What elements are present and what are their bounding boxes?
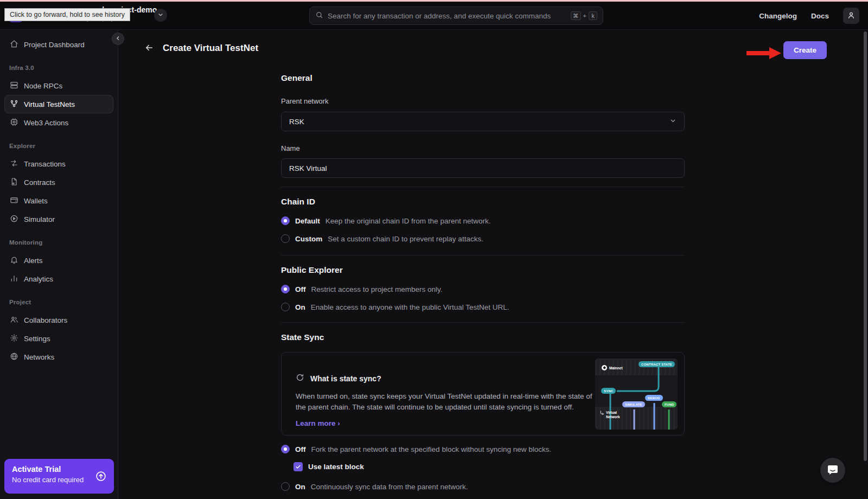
create-button[interactable]: Create — [783, 41, 827, 59]
project-switcher-button[interactable] — [154, 9, 167, 22]
cmd-key: ⌘ — [571, 11, 581, 20]
radio-unselected-icon[interactable] — [281, 234, 290, 243]
parent-network-value: RSK — [289, 118, 304, 126]
radio-description: Restrict access to project members only. — [311, 285, 443, 293]
sidebar-item-label: Virtual TestNets — [24, 100, 75, 108]
name-input[interactable]: RSK Virtual — [281, 158, 685, 178]
bar-chart-icon — [10, 274, 18, 284]
sync-card-title: What is state sync? — [310, 374, 381, 383]
radio-description: Continuously sync data from the parent n… — [311, 483, 468, 491]
sidebar-item-label: Networks — [24, 353, 54, 361]
sidebar-item-label: Node RPCs — [24, 82, 62, 90]
public-explorer-option-on[interactable]: On Enable access to anyone with the publ… — [281, 303, 685, 311]
chain-id-option-custom[interactable]: Custom Set a custom chain ID to prevent … — [281, 234, 685, 243]
plus-sign: + — [583, 12, 586, 19]
sidebar-section-monitoring: Monitoring — [9, 239, 108, 246]
section-heading-chain-id: Chain ID — [281, 197, 685, 207]
sidebar: Project Dashboard Infra 3.0 Node RPCs Vi… — [0, 30, 118, 499]
sidebar-item-label: Collaborators — [24, 316, 67, 324]
arrow-up-circle-icon — [95, 470, 107, 484]
simulate-badge: SIMULATE — [622, 401, 645, 407]
sidebar-item-project-dashboard[interactable]: Project Dashboard — [4, 35, 113, 54]
changelog-link[interactable]: Changelog — [759, 12, 797, 20]
chevron-down-icon — [669, 117, 676, 126]
trial-subtitle: No credit card required — [12, 476, 106, 484]
sidebar-item-label: Wallets — [24, 197, 48, 205]
search-input[interactable] — [328, 12, 566, 20]
sidebar-item-wallets[interactable]: Wallets — [4, 191, 113, 210]
debug-badge: DEBUG — [645, 395, 663, 401]
radio-label: Off — [295, 445, 306, 453]
state-sync-illustration: Mainnet CONTRACT STATE SYNC DEBUG SIMULA… — [595, 359, 678, 430]
sidebar-item-label: Contracts — [24, 178, 55, 187]
globe-icon — [10, 352, 18, 362]
section-heading-public-explorer: Public Explorer — [281, 265, 685, 275]
virtual-network-label: Virtual Network — [600, 411, 621, 419]
scrollbar-thumb[interactable] — [864, 31, 867, 461]
user-icon — [847, 11, 856, 21]
state-sync-option-on[interactable]: On Continuously sync data from the paren… — [281, 482, 685, 491]
radio-description: Fork the parent network at the specified… — [311, 445, 552, 453]
sidebar-item-web3-actions[interactable]: Web3 Actions — [4, 113, 113, 132]
chat-bubble-icon — [826, 463, 839, 478]
sidebar-section-explorer: Explorer — [9, 143, 108, 149]
git-network-icon — [10, 99, 18, 110]
checkbox-checked-icon[interactable] — [293, 462, 303, 471]
sidebar-item-alerts[interactable]: Alerts — [4, 251, 113, 270]
branch-icon — [600, 411, 604, 417]
radio-label: On — [295, 483, 305, 491]
sidebar-item-node-rpcs[interactable]: Node RPCs — [4, 76, 113, 95]
radio-unselected-icon[interactable] — [281, 482, 290, 491]
section-divider — [281, 255, 685, 255]
global-search[interactable]: ⌘ + k — [309, 7, 603, 25]
sidebar-item-networks[interactable]: Networks — [4, 348, 113, 366]
sidebar-section-infra: Infra 3.0 — [9, 65, 108, 71]
learn-more-link[interactable]: Learn more › — [296, 419, 340, 427]
app-page: my-rsk-project-demo my-rsk-project ⌘ + k… — [0, 0, 868, 499]
chain-id-option-default[interactable]: Default Keep the original chain ID from … — [281, 216, 685, 225]
radio-description: Keep the original chain ID from the pare… — [326, 217, 491, 225]
radio-description: Set a custom chain ID to prevent replay … — [328, 235, 483, 243]
section-divider — [281, 322, 685, 323]
radio-selected-icon[interactable] — [281, 445, 290, 453]
sidebar-item-settings[interactable]: Settings — [4, 329, 113, 348]
sync-badge: SYNC — [601, 388, 616, 394]
radio-unselected-icon[interactable] — [281, 303, 290, 311]
sidebar-item-simulator[interactable]: Simulator — [4, 210, 113, 228]
sidebar-collapse-button[interactable] — [112, 33, 124, 45]
sidebar-item-analytics[interactable]: Analytics — [4, 270, 113, 288]
use-latest-block-row[interactable]: Use latest block — [293, 462, 685, 471]
docs-link[interactable]: Docs — [811, 12, 829, 20]
browser-tooltip: Click to go forward, hold to see history — [4, 8, 130, 21]
checkbox-label: Use latest block — [308, 463, 364, 471]
radio-selected-icon[interactable] — [281, 216, 290, 225]
parent-network-select[interactable]: RSK — [281, 112, 685, 131]
sidebar-item-contracts[interactable]: Contracts — [4, 173, 113, 191]
fund-badge: FUND — [662, 401, 676, 407]
cpu-icon — [10, 118, 18, 128]
public-explorer-option-off[interactable]: Off Restrict access to project members o… — [281, 285, 685, 293]
name-value: RSK Virtual — [289, 164, 327, 172]
radio-selected-icon[interactable] — [281, 285, 290, 293]
radio-label: On — [295, 303, 305, 311]
chat-widget-button[interactable] — [820, 458, 845, 483]
activate-trial-card[interactable]: Activate Trial No credit card required — [4, 459, 114, 494]
users-icon — [10, 315, 18, 325]
section-divider — [281, 187, 685, 187]
shortcut-hint: ⌘ + k — [571, 11, 597, 20]
radio-description: Enable access to anyone with the public … — [311, 303, 509, 311]
home-icon — [10, 40, 18, 50]
sidebar-item-transactions[interactable]: Transactions — [4, 155, 113, 173]
user-avatar-button[interactable] — [843, 8, 859, 24]
sidebar-item-collaborators[interactable]: Collaborators — [4, 311, 113, 329]
k-key: k — [589, 11, 597, 20]
sidebar-item-label: Alerts — [24, 257, 43, 265]
back-button[interactable] — [144, 43, 154, 54]
topbar-links: Changelog Docs — [759, 2, 859, 30]
state-sync-info-card: What is state sync? When turned on, stat… — [281, 352, 685, 436]
trial-title: Activate Trial — [12, 465, 106, 474]
state-sync-option-off[interactable]: Off Fork the parent network at the speci… — [281, 445, 685, 453]
sidebar-item-virtual-testnets[interactable]: Virtual TestNets — [4, 95, 113, 113]
parent-network-label: Parent network — [281, 97, 685, 105]
swap-arrows-icon — [10, 159, 18, 169]
